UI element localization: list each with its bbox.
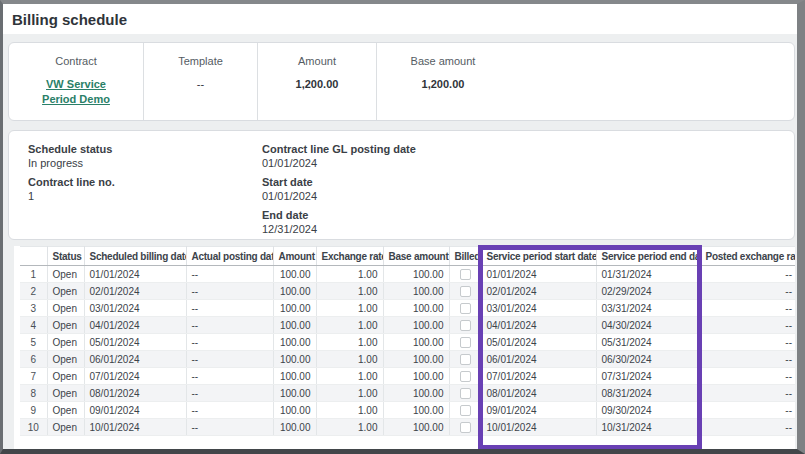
end-date-label: End date — [262, 209, 416, 222]
cell-actual_posting_date: -- — [186, 300, 273, 317]
end-date-field: End date 12/31/2024 — [262, 209, 416, 236]
table-body: 1Open01/01/2024--100.001.00100.0001/01/2… — [20, 266, 795, 436]
contract-link[interactable]: VW Service Period Demo — [9, 77, 143, 107]
cell-posted_exchange_rate: -- — [700, 283, 795, 300]
start-date-value: 01/01/2024 — [262, 190, 416, 203]
cell-service_period_end_date: 08/31/2024 — [596, 385, 700, 402]
cell-status: Open — [47, 266, 84, 283]
cell-amount: 100.00 — [273, 283, 316, 300]
col-header-scheduled_billing_date: Scheduled billing date — [84, 247, 186, 266]
summary-col-amount: Amount 1,200.00 — [258, 43, 377, 120]
cell-posted_exchange_rate: -- — [700, 351, 795, 368]
cell-base_amount: 100.00 — [383, 266, 449, 283]
cell-amount: 100.00 — [273, 334, 316, 351]
cell-posted_exchange_rate: -- — [700, 419, 795, 436]
cell-billed — [449, 317, 481, 334]
base-amount-label: Base amount — [377, 55, 509, 67]
billed-checkbox[interactable] — [460, 405, 471, 416]
billed-checkbox[interactable] — [460, 354, 471, 365]
cell-scheduled_billing_date: 05/01/2024 — [84, 334, 186, 351]
billed-checkbox[interactable] — [460, 303, 471, 314]
cell-amount: 100.00 — [273, 419, 316, 436]
table-row: 1Open01/01/2024--100.001.00100.0001/01/2… — [20, 266, 795, 283]
cell-status: Open — [47, 368, 84, 385]
cell-service_period_end_date: 04/30/2024 — [596, 317, 700, 334]
col-header-billed: Billed — [449, 247, 481, 266]
cell-scheduled_billing_date: 02/01/2024 — [84, 283, 186, 300]
start-date-field: Start date 01/01/2024 — [262, 176, 416, 203]
template-label: Template — [144, 55, 257, 67]
title-bar: Billing schedule — [3, 4, 797, 34]
start-date-label: Start date — [262, 176, 416, 189]
cell-service_period_end_date: 09/30/2024 — [596, 402, 700, 419]
billing-schedule-page: Billing schedule Contract VW Service Per… — [0, 0, 805, 454]
cell-service_period_start_date: 06/01/2024 — [481, 351, 596, 368]
cell-scheduled_billing_date: 04/01/2024 — [84, 317, 186, 334]
cell-service_period_start_date: 01/01/2024 — [481, 266, 596, 283]
contract-link-line-2: Period Demo — [9, 92, 143, 107]
schedule-table-container: StatusScheduled billing dateActual posti… — [14, 246, 795, 449]
col-header-service_period_end_date: Service period end date — [596, 247, 700, 266]
cell-service_period_start_date: 05/01/2024 — [481, 334, 596, 351]
billed-checkbox[interactable] — [460, 388, 471, 399]
cell-actual_posting_date: -- — [186, 334, 273, 351]
cell-status: Open — [47, 419, 84, 436]
billed-checkbox[interactable] — [460, 269, 471, 280]
col-header-service_period_start_date: Service period start date — [481, 247, 596, 266]
cell-amount: 100.00 — [273, 300, 316, 317]
billed-checkbox[interactable] — [460, 422, 471, 433]
table-row: 2Open02/01/2024--100.001.00100.0002/01/2… — [20, 283, 795, 300]
cell-row-number: 3 — [20, 300, 47, 317]
cell-actual_posting_date: -- — [186, 317, 273, 334]
cell-billed — [449, 368, 481, 385]
cell-actual_posting_date: -- — [186, 283, 273, 300]
cell-row-number: 10 — [20, 419, 47, 436]
cell-posted_exchange_rate: -- — [700, 266, 795, 283]
cell-exchange_rate: 1.00 — [316, 402, 383, 419]
contract-link-line-1: VW Service — [9, 77, 143, 92]
gl-posting-date-label: Contract line GL posting date — [262, 143, 416, 156]
cell-billed — [449, 266, 481, 283]
col-header-base_amount: Base amount — [383, 247, 449, 266]
cell-status: Open — [47, 283, 84, 300]
details-left-group: Schedule status In progress Contract lin… — [28, 143, 115, 209]
table-row: 8Open08/01/2024--100.001.00100.0008/01/2… — [20, 385, 795, 402]
cell-billed — [449, 402, 481, 419]
cell-posted_exchange_rate: -- — [700, 368, 795, 385]
billed-checkbox[interactable] — [460, 286, 471, 297]
col-header-posted_exchange_rate: Posted exchange rate — [700, 247, 795, 266]
cell-base_amount: 100.00 — [383, 351, 449, 368]
schedule-status-field: Schedule status In progress — [28, 143, 115, 170]
cell-base_amount: 100.00 — [383, 419, 449, 436]
end-date-value: 12/31/2024 — [262, 223, 416, 236]
schedule-status-label: Schedule status — [28, 143, 115, 156]
cell-status: Open — [47, 402, 84, 419]
cell-row-number: 7 — [20, 368, 47, 385]
contract-label: Contract — [9, 55, 143, 67]
cell-actual_posting_date: -- — [186, 419, 273, 436]
cell-scheduled_billing_date: 08/01/2024 — [84, 385, 186, 402]
cell-exchange_rate: 1.00 — [316, 368, 383, 385]
contract-line-no-field: Contract line no. 1 — [28, 176, 115, 203]
billed-checkbox[interactable] — [460, 337, 471, 348]
table-row: 10Open10/01/2024--100.001.00100.0010/01/… — [20, 419, 795, 436]
contract-line-no-label: Contract line no. — [28, 176, 115, 189]
col-header-row-number — [20, 247, 47, 266]
cell-amount: 100.00 — [273, 385, 316, 402]
cell-billed — [449, 351, 481, 368]
col-header-amount: Amount — [273, 247, 316, 266]
cell-billed — [449, 385, 481, 402]
summary-col-base-amount: Base amount 1,200.00 — [377, 43, 509, 120]
cell-status: Open — [47, 385, 84, 402]
cell-scheduled_billing_date: 10/01/2024 — [84, 419, 186, 436]
billed-checkbox[interactable] — [460, 320, 471, 331]
cell-row-number: 8 — [20, 385, 47, 402]
cell-amount: 100.00 — [273, 351, 316, 368]
page-title: Billing schedule — [3, 4, 797, 28]
cell-base_amount: 100.00 — [383, 317, 449, 334]
cell-exchange_rate: 1.00 — [316, 283, 383, 300]
billed-checkbox[interactable] — [460, 371, 471, 382]
cell-posted_exchange_rate: -- — [700, 334, 795, 351]
cell-actual_posting_date: -- — [186, 351, 273, 368]
base-amount-value: 1,200.00 — [377, 78, 509, 90]
